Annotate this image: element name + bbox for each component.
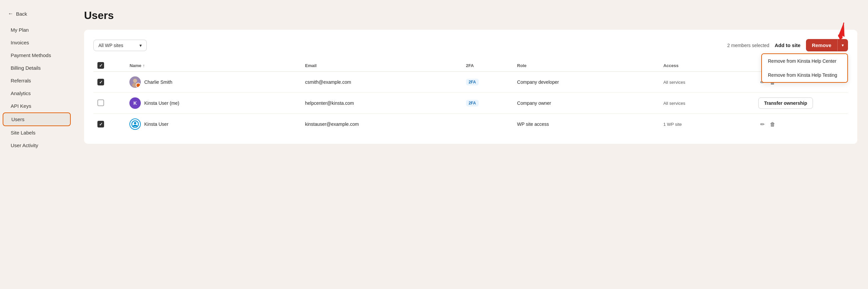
sidebar-item-my-plan[interactable]: My Plan bbox=[3, 24, 71, 36]
sidebar-item-payment-methods[interactable]: Payment Methods bbox=[3, 49, 71, 61]
svg-point-7 bbox=[134, 122, 136, 124]
sidebar-item-site-labels[interactable]: Site Labels bbox=[3, 126, 71, 139]
sidebar-item-billing-details[interactable]: Billing Details bbox=[3, 62, 71, 74]
back-label: Back bbox=[16, 11, 27, 17]
main-content: Users All WP sites ▾ 2 members selected … bbox=[73, 0, 868, 289]
kinsta-user-icon bbox=[131, 120, 139, 128]
name-sort-button[interactable]: Name ↑ bbox=[129, 63, 297, 68]
avatar-charlie-img bbox=[129, 77, 141, 88]
row-actions-kinsta-me: Transfer ownership bbox=[754, 93, 848, 114]
th-role: Role bbox=[513, 59, 659, 72]
site-select-dropdown[interactable]: All WP sites ▾ bbox=[93, 40, 147, 51]
name-charlie: Charlie Smith bbox=[144, 80, 172, 85]
row-check-charlie bbox=[93, 72, 125, 93]
th-email: Email bbox=[301, 59, 462, 72]
select-all-checkbox[interactable] bbox=[97, 62, 104, 69]
remove-dropdown-chevron[interactable]: ▾ bbox=[837, 39, 848, 51]
2fa-badge-charlie: 2FA bbox=[466, 79, 479, 85]
row-name-kinsta-user: Kinsta User bbox=[125, 114, 301, 135]
row-2fa-charlie: 2FA bbox=[462, 72, 513, 93]
svg-line-0 bbox=[840, 23, 844, 38]
th-check bbox=[93, 59, 125, 72]
th-access: Access bbox=[659, 59, 754, 72]
sidebar: ← Back My Plan Invoices Payment Methods … bbox=[0, 0, 73, 289]
avatar-kinsta-me: K bbox=[129, 97, 141, 109]
row-access-kinsta-me: All services bbox=[659, 93, 754, 114]
checkbox-kinsta-user[interactable] bbox=[97, 121, 104, 127]
site-select-label: All WP sites bbox=[98, 43, 123, 48]
remove-button[interactable]: Remove bbox=[806, 39, 837, 51]
sidebar-item-user-activity[interactable]: User Activity bbox=[3, 139, 71, 151]
table-row: Charlie Smith csmith@example.com 2FA Com… bbox=[93, 72, 848, 93]
table-row: Kinsta User kinstauser@example.com WP si… bbox=[93, 114, 848, 135]
row-2fa-kinsta-me: 2FA bbox=[462, 93, 513, 114]
toolbar-left: All WP sites ▾ bbox=[93, 40, 147, 51]
checkbox-charlie[interactable] bbox=[97, 79, 104, 85]
row-role-kinsta-me: Company owner bbox=[513, 93, 659, 114]
checkbox-kinsta-me[interactable] bbox=[97, 99, 104, 106]
remove-from-kinsta-help-testing[interactable]: Remove from Kinsta Help Testing bbox=[762, 68, 847, 82]
toolbar-right: 2 members selected Add to site Remove ▾ … bbox=[727, 39, 848, 51]
sidebar-item-analytics[interactable]: Analytics bbox=[3, 87, 71, 99]
row-check-kinsta-user bbox=[93, 114, 125, 135]
row-email-charlie: csmith@example.com bbox=[301, 72, 462, 93]
back-arrow-icon: ← bbox=[8, 11, 13, 17]
edit-button-kinsta-user[interactable]: ✏ bbox=[758, 120, 767, 129]
th-name: Name ↑ bbox=[125, 59, 301, 72]
row-role-kinsta-user: WP site access bbox=[513, 114, 659, 135]
back-button[interactable]: ← Back bbox=[0, 8, 73, 23]
sidebar-item-invoices[interactable]: Invoices bbox=[3, 36, 71, 49]
chevron-down-icon: ▾ bbox=[140, 43, 142, 48]
delete-button-kinsta-user[interactable]: 🗑 bbox=[768, 120, 777, 129]
row-2fa-kinsta-user bbox=[462, 114, 513, 135]
row-email-kinsta-user: kinstauser@example.com bbox=[301, 114, 462, 135]
sort-up-icon: ↑ bbox=[143, 63, 145, 68]
row-name-kinsta-me: K Kinsta User (me) bbox=[125, 93, 301, 114]
svg-point-3 bbox=[132, 83, 138, 87]
remove-dropdown-menu: Remove from Kinsta Help Center Remove fr… bbox=[761, 53, 848, 83]
sidebar-item-users[interactable]: Users bbox=[3, 112, 71, 126]
2fa-badge-kinsta-me: 2FA bbox=[466, 100, 479, 107]
page-title: Users bbox=[84, 9, 857, 22]
users-table: Name ↑ Email 2FA Role Access bbox=[93, 59, 848, 135]
avatar-charlie bbox=[129, 77, 141, 88]
arrow-annotation bbox=[835, 22, 847, 40]
name-kinsta-me: Kinsta User (me) bbox=[144, 100, 179, 106]
toolbar: All WP sites ▾ 2 members selected Add to… bbox=[93, 39, 848, 51]
remove-button-group: Remove ▾ bbox=[806, 39, 848, 51]
svg-text:K: K bbox=[133, 100, 137, 106]
row-name-charlie: Charlie Smith bbox=[125, 72, 301, 93]
users-card: All WP sites ▾ 2 members selected Add to… bbox=[84, 30, 857, 144]
sidebar-item-referrals[interactable]: Referrals bbox=[3, 75, 71, 87]
sidebar-nav: My Plan Invoices Payment Methods Billing… bbox=[0, 24, 73, 151]
row-actions-kinsta-user: ✏ 🗑 bbox=[754, 114, 848, 135]
remove-from-kinsta-help-center[interactable]: Remove from Kinsta Help Center bbox=[762, 54, 847, 68]
avatar-kinsta-user bbox=[129, 118, 141, 130]
row-email-kinsta-me: helpcenter@kinsta.com bbox=[301, 93, 462, 114]
members-selected-count: 2 members selected bbox=[727, 43, 769, 48]
row-check-kinsta-me bbox=[93, 93, 125, 114]
avatar-kinsta-logo: K bbox=[129, 97, 141, 109]
sidebar-item-api-keys[interactable]: API Keys bbox=[3, 100, 71, 112]
table-row: K Kinsta User (me) helpcenter@kinsta.com… bbox=[93, 93, 848, 114]
row-role-charlie: Company developer bbox=[513, 72, 659, 93]
row-access-kinsta-user: 1 WP site bbox=[659, 114, 754, 135]
row-access-charlie: All services bbox=[659, 72, 754, 93]
transfer-ownership-button[interactable]: Transfer ownership bbox=[758, 97, 813, 109]
th-2fa: 2FA bbox=[462, 59, 513, 72]
add-to-site-button[interactable]: Add to site bbox=[773, 40, 802, 51]
svg-point-2 bbox=[133, 79, 137, 83]
name-kinsta-user: Kinsta User bbox=[144, 121, 168, 127]
